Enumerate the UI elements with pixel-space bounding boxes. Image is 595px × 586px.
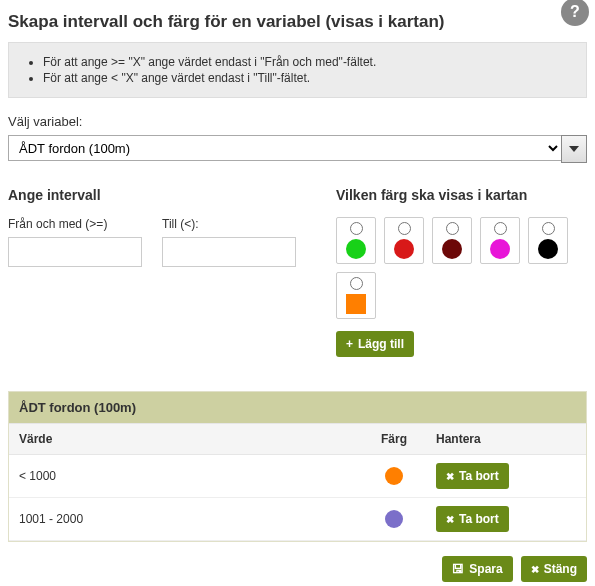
save-icon [452,562,464,576]
to-input[interactable] [162,237,296,267]
col-color: Färg [362,424,426,454]
close-icon [531,562,539,576]
color-swatch-green[interactable] [336,217,376,264]
close-button[interactable]: Stäng [521,556,587,582]
plus-icon [346,337,353,351]
circle-icon [538,239,558,259]
color-dot-icon [385,467,403,485]
color-swatch-orange[interactable] [336,272,376,319]
add-button[interactable]: Lägg till [336,331,414,357]
variable-label: Välj variabel: [8,114,587,129]
page-title: Skapa intervall och färg för en variabel… [8,12,587,32]
color-dot-icon [385,510,403,528]
color-radio-green[interactable] [350,222,363,235]
circle-icon [346,239,366,259]
row-color [362,459,426,493]
color-radio-orange[interactable] [350,277,363,290]
close-button-label: Stäng [544,562,577,576]
info-box: För att ange >= "X" ange värdet endast i… [8,42,587,98]
to-label: Till (<): [162,217,296,231]
save-button-label: Spara [469,562,502,576]
save-button[interactable]: Spara [442,556,512,582]
variable-select[interactable]: ÅDT fordon (100m) [8,135,562,161]
from-label: Från och med (>=) [8,217,142,231]
table-row: < 1000Ta bort [9,455,586,498]
row-manage: Ta bort [426,455,586,497]
from-input[interactable] [8,237,142,267]
info-line-1: För att ange >= "X" ange värdet endast i… [43,55,576,69]
color-swatch-black[interactable] [528,217,568,264]
color-swatch-darkred[interactable] [432,217,472,264]
color-radio-darkred[interactable] [446,222,459,235]
color-radio-black[interactable] [542,222,555,235]
remove-button[interactable]: Ta bort [436,463,509,489]
add-button-label: Lägg till [358,337,404,351]
table-row: 1001 - 2000Ta bort [9,498,586,541]
remove-button-label: Ta bort [459,512,499,526]
chevron-down-icon [569,146,579,152]
close-icon [446,512,454,526]
table-title: ÅDT fordon (100m) [9,392,586,423]
circle-icon [442,239,462,259]
color-radio-magenta[interactable] [494,222,507,235]
circle-icon [490,239,510,259]
color-swatch-group [336,217,587,319]
col-manage: Hantera [426,424,586,454]
circle-icon [394,239,414,259]
info-line-2: För att ange < "X" ange värdet endast i … [43,71,576,85]
remove-button[interactable]: Ta bort [436,506,509,532]
colors-heading: Vilken färg ska visas i kartan [336,187,587,203]
variable-dropdown-button[interactable] [561,135,587,163]
row-color [362,502,426,536]
color-swatch-magenta[interactable] [480,217,520,264]
col-value: Värde [9,424,362,454]
color-swatch-red[interactable] [384,217,424,264]
intervals-table: ÅDT fordon (100m) Värde Färg Hantera < 1… [8,391,587,542]
color-radio-red[interactable] [398,222,411,235]
row-value: 1001 - 2000 [9,504,362,534]
interval-heading: Ange intervall [8,187,296,203]
square-icon [346,294,366,314]
remove-button-label: Ta bort [459,469,499,483]
row-manage: Ta bort [426,498,586,540]
row-value: < 1000 [9,461,362,491]
close-icon [446,469,454,483]
